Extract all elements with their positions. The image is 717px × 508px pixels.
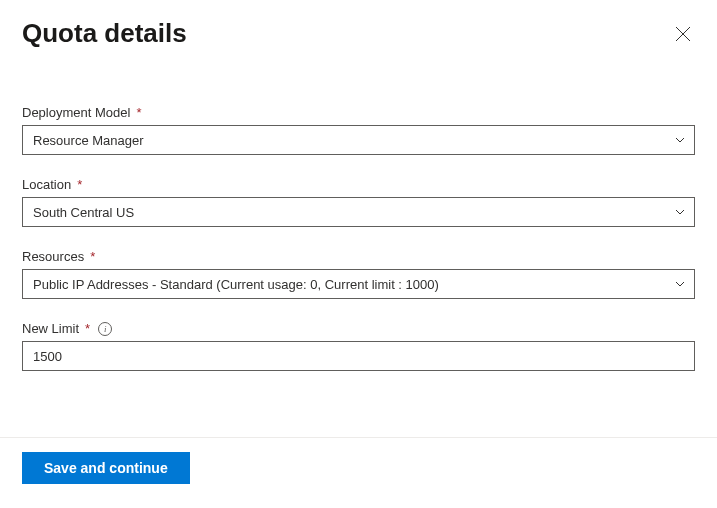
new-limit-input[interactable] [22, 341, 695, 371]
panel-header: Quota details [22, 18, 695, 49]
new-limit-field: New Limit * i [22, 321, 695, 371]
deployment-model-value: Resource Manager [33, 133, 144, 148]
separator [0, 437, 717, 438]
location-value: South Central US [33, 205, 134, 220]
chevron-down-icon [674, 206, 686, 218]
required-indicator: * [85, 321, 90, 336]
quota-details-panel: Quota details Deployment Model * Resourc… [0, 0, 717, 371]
new-limit-label: New Limit * i [22, 321, 695, 336]
location-field: Location * South Central US [22, 177, 695, 227]
new-limit-label-text: New Limit [22, 321, 79, 336]
chevron-down-icon [674, 278, 686, 290]
location-dropdown[interactable]: South Central US [22, 197, 695, 227]
close-icon [675, 26, 691, 42]
resources-label-text: Resources [22, 249, 84, 264]
deployment-model-field: Deployment Model * Resource Manager [22, 105, 695, 155]
deployment-model-label: Deployment Model * [22, 105, 695, 120]
resources-field: Resources * Public IP Addresses - Standa… [22, 249, 695, 299]
resources-dropdown[interactable]: Public IP Addresses - Standard (Current … [22, 269, 695, 299]
resources-label: Resources * [22, 249, 695, 264]
panel-title: Quota details [22, 18, 187, 49]
panel-footer: Save and continue [22, 452, 190, 484]
required-indicator: * [136, 105, 141, 120]
save-and-continue-button[interactable]: Save and continue [22, 452, 190, 484]
required-indicator: * [90, 249, 95, 264]
deployment-model-label-text: Deployment Model [22, 105, 130, 120]
resources-value: Public IP Addresses - Standard (Current … [33, 277, 439, 292]
info-icon[interactable]: i [98, 322, 112, 336]
location-label: Location * [22, 177, 695, 192]
location-label-text: Location [22, 177, 71, 192]
close-button[interactable] [671, 22, 695, 46]
required-indicator: * [77, 177, 82, 192]
deployment-model-dropdown[interactable]: Resource Manager [22, 125, 695, 155]
chevron-down-icon [674, 134, 686, 146]
